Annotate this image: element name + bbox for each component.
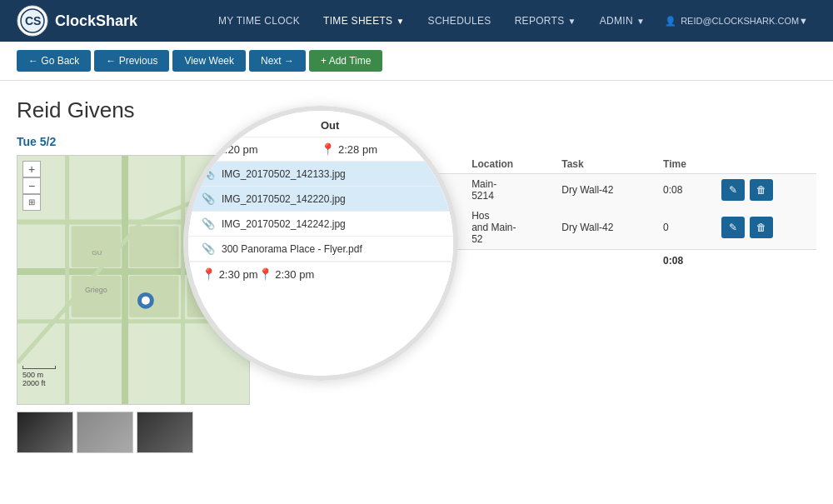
map-background: Griego GU + − ⊞ 500 m	[17, 156, 249, 404]
reports-arrow: ▼	[568, 17, 576, 26]
task-1: Dry Wall-42	[555, 174, 656, 207]
table-row: 📍 2:30 pm 📍 2:30 pm Hosand Main-52 Dry W…	[263, 206, 816, 250]
actions-1: ✎ 🗑	[713, 174, 816, 207]
thumbnail-1[interactable]	[17, 412, 73, 453]
nav-my-time-clock[interactable]: MY TIME CLOCK	[207, 0, 312, 42]
total-row: 0:08	[263, 250, 816, 272]
thumbnail-2[interactable]	[77, 412, 133, 453]
user-email: REID@CLOCKSHARK.COM	[681, 16, 799, 26]
nav-time-sheets[interactable]: TIME SHEETS ▼	[312, 0, 416, 42]
nav-admin[interactable]: ADMIN ▼	[588, 0, 656, 42]
col-task: Task	[555, 155, 656, 174]
toolbar: ← Go Back ← Previous View Week Next → + …	[0, 42, 833, 81]
edit-button-1[interactable]: ✎	[721, 179, 745, 201]
map-scale: 500 m 2000 ft	[22, 366, 56, 387]
next-button[interactable]: Next →	[249, 50, 306, 72]
svg-text:CS: CS	[25, 14, 41, 27]
in-time-1: 📍 2:20 pm	[263, 174, 364, 207]
content-row: Griego GU + − ⊞ 500 m	[17, 155, 816, 453]
logo-icon: CS	[17, 5, 48, 37]
go-back-button[interactable]: ← Go Back	[17, 50, 91, 72]
svg-rect-14	[72, 276, 122, 317]
view-week-button[interactable]: View Week	[172, 50, 246, 72]
svg-rect-15	[129, 276, 179, 317]
previous-button[interactable]: ← Previous	[94, 50, 169, 72]
out-time-2: 📍 2:30 pm	[364, 206, 465, 250]
zoom-out-button[interactable]: −	[22, 177, 41, 194]
add-time-button[interactable]: + Add Time	[309, 50, 382, 72]
col-in: In	[263, 155, 364, 174]
col-out: Out	[364, 155, 465, 174]
location-1: Main-5214	[465, 174, 555, 207]
col-actions	[713, 155, 816, 174]
time-val-1: 0:08	[656, 174, 713, 207]
thumbnail-3[interactable]	[137, 412, 193, 453]
time-sheets-arrow: ▼	[396, 17, 404, 26]
svg-rect-16	[187, 276, 237, 317]
in-time-2: 📍 2:30 pm	[263, 206, 364, 250]
zoom-in-button[interactable]: +	[22, 161, 41, 177]
user-icon: 👤	[665, 16, 676, 27]
total-value: 0:08	[656, 250, 713, 272]
col-location: Location	[465, 155, 555, 174]
svg-rect-13	[129, 226, 179, 267]
time-table: In Out Location Task Time 📍 2:20 pm	[263, 155, 816, 271]
svg-point-20	[142, 297, 150, 305]
edit-button-2[interactable]: ✎	[721, 217, 745, 238]
delete-button-1[interactable]: 🗑	[750, 179, 773, 201]
main-nav: MY TIME CLOCK TIME SHEETS ▼ SCHEDULES RE…	[207, 0, 816, 42]
total-actions	[713, 250, 816, 272]
nav-user[interactable]: 👤 REID@CLOCKSHARK.COM ▼	[656, 0, 816, 42]
time-val-2: 0	[656, 206, 713, 250]
date-label: Tue 5/2	[17, 135, 816, 148]
location-2: Hosand Main-52	[465, 206, 555, 250]
map-scale-label2: 2000 ft	[22, 379, 56, 387]
col-time: Time	[656, 155, 713, 174]
logo-area[interactable]: CS ClockShark	[17, 5, 137, 37]
svg-text:GU: GU	[92, 249, 102, 257]
map-zoom-controls: + − ⊞	[22, 161, 41, 211]
table-row: 📍 2:20 pm 📍 2:28 pm Main-5214 Dry Wall-4…	[263, 174, 816, 207]
time-table-wrap: In Out Location Task Time 📍 2:20 pm	[263, 155, 816, 453]
user-arrow: ▼	[799, 16, 808, 26]
map-scale-label: 500 m	[22, 371, 56, 379]
actions-2: ✎ 🗑	[713, 206, 816, 250]
logo-text: ClockShark	[55, 12, 137, 30]
map-container: Griego GU + − ⊞ 500 m	[17, 155, 250, 405]
delete-button-2[interactable]: 🗑	[750, 217, 773, 238]
nav-reports[interactable]: REPORTS ▼	[503, 0, 588, 42]
zoom-layers-button[interactable]: ⊞	[22, 194, 41, 211]
admin-arrow: ▼	[636, 17, 645, 26]
thumbnails	[17, 412, 250, 453]
total-label	[263, 250, 656, 272]
svg-rect-12	[72, 226, 122, 267]
svg-text:Griego: Griego	[85, 286, 107, 294]
out-time-1: 📍 2:28 pm	[364, 174, 465, 207]
nav-schedules[interactable]: SCHEDULES	[416, 0, 503, 42]
task-2: Dry Wall-42	[555, 206, 656, 250]
header: CS ClockShark MY TIME CLOCK TIME SHEETS …	[0, 0, 833, 42]
main-content: Reid Givens Tue 5/2	[0, 81, 833, 504]
page-title: Reid Givens	[17, 97, 816, 123]
